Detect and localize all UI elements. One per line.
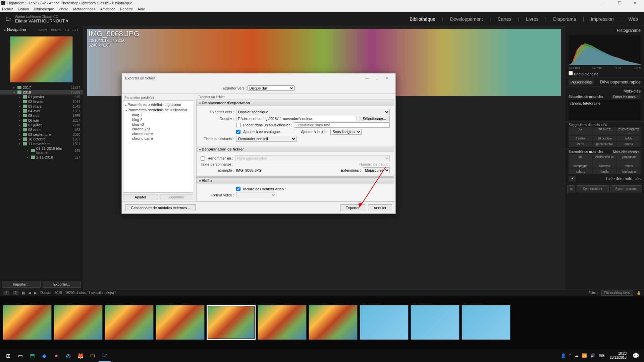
- zoom-1-2[interactable]: 1:2: [72, 28, 76, 32]
- nav-fwd-icon[interactable]: ▶: [34, 291, 37, 295]
- module-diaporama[interactable]: Diaporama: [553, 16, 576, 22]
- close-button[interactable]: ✕: [627, 0, 643, 6]
- enter-keywords[interactable]: Entrer les mots-...: [611, 95, 641, 99]
- menu-fenetre[interactable]: Fenêtre: [120, 7, 133, 11]
- add-pile-checkbox[interactable]: [294, 130, 298, 134]
- export-destination-select[interactable]: Disque dur: [248, 85, 294, 91]
- thumb[interactable]: [411, 305, 460, 340]
- menu-aide[interactable]: Aide: [138, 7, 145, 11]
- add-catalog-checkbox[interactable]: [236, 130, 240, 134]
- kw-suggestion[interactable]: emma: [617, 141, 641, 147]
- kw-set-item[interactable]: cahors: [569, 169, 592, 174]
- folder-row[interactable]: 04 avril1667: [0, 109, 83, 113]
- menu-metadonnees[interactable]: Métadonnées: [73, 7, 96, 11]
- preset-item[interactable]: blog 1: [125, 113, 192, 117]
- preset-group-lightroom[interactable]: Paramètres prédéfinis Lightroom: [125, 102, 192, 107]
- kw-suggestion[interactable]: MOIS: [569, 141, 592, 147]
- kw-suggestion[interactable]: pontvalentre: [593, 141, 616, 147]
- tray-cloud-icon[interactable]: ☁: [575, 353, 579, 358]
- pile-position-select[interactable]: Sous l'original: [330, 129, 362, 135]
- location-export-to-select[interactable]: Dossier spécifique: [236, 109, 390, 115]
- menu-photo[interactable]: Photo: [59, 7, 68, 11]
- kw-add[interactable]: +: [569, 176, 576, 182]
- user-menu[interactable]: Eliette VANTHOURNOUT ▾: [15, 18, 68, 23]
- module-developpement[interactable]: Développement: [450, 16, 483, 22]
- extension-case-select[interactable]: Majuscules: [363, 167, 390, 173]
- thumb-selected[interactable]: [207, 305, 256, 340]
- preset-item[interactable]: chrono carré: [125, 136, 192, 141]
- folder-path-input[interactable]: [236, 116, 357, 121]
- dialog-minimize[interactable]: —: [362, 76, 372, 80]
- filter-dropdown[interactable]: Filtres désactivés: [601, 290, 633, 296]
- app-icon-2[interactable]: ●: [50, 350, 62, 362]
- zoom-1-1[interactable]: 1:1: [65, 28, 69, 32]
- zoom-adapt[interactable]: ADAPT.: [38, 28, 48, 32]
- preset-custom[interactable]: Personnalisé: [569, 79, 594, 85]
- folder-row[interactable]: 07 juillet2218: [0, 123, 83, 127]
- cancel-button[interactable]: Annuler: [368, 204, 392, 211]
- preset-add-button[interactable]: Ajouter: [123, 194, 158, 200]
- thumb[interactable]: [258, 305, 307, 340]
- preset-remove-button[interactable]: Supprimer: [159, 194, 194, 200]
- module-bibliotheque[interactable]: Bibliothèque: [410, 16, 435, 22]
- subfolder-checkbox[interactable]: [236, 123, 240, 127]
- import-button[interactable]: Importer...: [2, 281, 41, 288]
- preset-item[interactable]: chrono 2*3: [125, 127, 192, 131]
- kw-set-item[interactable]: villefranche du ...: [593, 154, 616, 163]
- kw-suggestion[interactable]: 7 juillet: [569, 136, 592, 141]
- menu-bibliotheque[interactable]: Bibliothèque: [34, 7, 54, 11]
- lightroom-taskbar-icon[interactable]: Lr: [99, 350, 111, 362]
- tray-lang-icon[interactable]: ⌨: [599, 353, 604, 358]
- screen-2[interactable]: 2: [13, 291, 19, 295]
- kw-suggestion[interactable]: FRANCE: [593, 127, 616, 135]
- export-button[interactable]: Exporter...: [43, 281, 81, 288]
- kw-set-item[interactable]: goujounac: [617, 154, 641, 163]
- module-cartes[interactable]: Cartes: [497, 16, 511, 22]
- preset-item[interactable]: chrono carre: [125, 131, 192, 136]
- folder-row[interactable]: 08 aout463: [0, 127, 83, 132]
- app-icon-1[interactable]: ◆: [38, 350, 50, 362]
- plugin-manager-button[interactable]: Gestionnaire de modules externes...: [125, 204, 196, 211]
- notification-icon[interactable]: 💬: [630, 350, 642, 362]
- folder-row[interactable]: 201716537: [0, 85, 83, 90]
- grid-icon[interactable]: ▦: [22, 291, 25, 295]
- taskbar-clock[interactable]: 10:20 28/11/2018: [606, 352, 630, 360]
- kw-set-item[interactable]: reflets: [617, 163, 641, 169]
- sync-button[interactable]: Synchroniser: [577, 185, 609, 192]
- kw-suggestion[interactable]: lot: [569, 127, 592, 135]
- select-folder-button[interactable]: Sélectionner...: [359, 116, 390, 121]
- preset-item[interactable]: blog 2: [125, 117, 192, 122]
- tray-volume-icon[interactable]: 🔊: [590, 353, 595, 358]
- zoom-fill[interactable]: REMPL.: [51, 28, 62, 32]
- sync-settings-button[interactable]: Synch. param.: [610, 185, 642, 192]
- breadcrumb-path[interactable]: Dossier : 2018: [40, 291, 62, 295]
- module-impression[interactable]: Impression: [591, 16, 613, 22]
- tray-people-icon[interactable]: 👤: [561, 353, 566, 358]
- existing-files-select[interactable]: Demander conseil: [236, 136, 297, 142]
- kw-set-item[interactable]: campagne: [569, 163, 592, 169]
- folder-row[interactable]: 201816299: [0, 90, 83, 95]
- dialog-close[interactable]: ✕: [382, 76, 392, 80]
- quick-develop-title[interactable]: Développement rapide: [600, 79, 641, 85]
- thumb[interactable]: [309, 305, 358, 340]
- tray-wifi-icon[interactable]: 📶: [582, 353, 587, 358]
- sync-toggle-icon[interactable]: ⊞: [567, 185, 575, 192]
- menu-affichage[interactable]: Affichage: [100, 7, 116, 11]
- folder-row[interactable]: 01 janvier815: [0, 95, 83, 99]
- thumb[interactable]: [3, 305, 52, 340]
- module-web[interactable]: Web: [628, 16, 638, 22]
- thumb[interactable]: [105, 305, 154, 340]
- kw-set-item[interactable]: exterieur: [593, 163, 616, 169]
- folder-row[interactable]: 2-11-2018327: [0, 155, 83, 160]
- menu-edition[interactable]: Edition: [18, 7, 29, 11]
- nav-back-icon[interactable]: ◀: [28, 291, 31, 295]
- keyword-list-title[interactable]: Liste des mots-clés: [606, 176, 641, 182]
- filter-lock-icon[interactable]: 🔒: [637, 291, 641, 295]
- navigator-preview[interactable]: [10, 36, 73, 82]
- thumb[interactable]: [54, 305, 103, 340]
- folder-row[interactable]: 10 octobre1267: [0, 137, 83, 141]
- keyword-box[interactable]: cahors, feteforaine: [569, 100, 641, 120]
- screen-1[interactable]: 1: [3, 291, 9, 295]
- kw-set-item[interactable]: feteforaine: [617, 169, 641, 174]
- tray-up-icon[interactable]: ˄: [569, 353, 571, 358]
